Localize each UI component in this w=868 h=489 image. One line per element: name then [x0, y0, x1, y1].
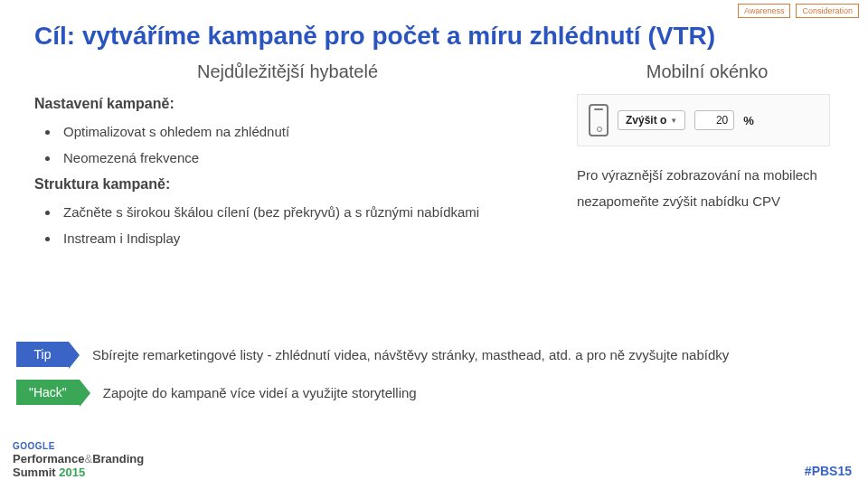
footer-branding: Branding [92, 452, 144, 465]
tag-consideration: Consideration [796, 4, 859, 18]
footer-performance: Performance [13, 452, 84, 465]
left-column: Nastavení kampaně: Optimalizovat s ohled… [34, 90, 541, 251]
subheading-right: Mobilní okénko [580, 61, 834, 82]
right-column: Zvýšit o ▼ % Pro výraznější zobrazování … [577, 90, 830, 251]
phone-icon [589, 104, 609, 136]
footer-amp: & [84, 452, 92, 465]
tag-awareness: Awareness [738, 4, 790, 18]
hack-tag: "Hack" [16, 380, 80, 405]
dropdown-label: Zvýšit o [626, 114, 666, 127]
slide-title: Cíl: vytváříme kampaně pro počet a míru … [34, 22, 715, 51]
mobile-note: Pro výraznější zobrazování na mobilech n… [577, 163, 830, 214]
bid-adjust-input[interactable] [694, 110, 734, 130]
footer-brand: GOOGLE Performance&Branding Summit 2015 [13, 441, 144, 480]
bullet-optimize: Optimalizovat s ohledem na zhlédnutí [60, 119, 541, 146]
footer-google: GOOGLE [13, 441, 144, 452]
hack-text: Zapojte do kampaně více videí a využijte… [103, 383, 834, 402]
section-label-settings: Nastavení kampaně: [34, 96, 541, 112]
section-label-structure: Struktura kampaně: [34, 176, 541, 193]
tip-row: Tip Sbírejte remarketingové listy - zhlé… [16, 342, 834, 367]
funnel-stage-tags: Awareness Consideration [738, 4, 859, 18]
footer-year: 2015 [59, 465, 85, 479]
mobile-bid-widget: Zvýšit o ▼ % [577, 94, 830, 146]
bullet-targeting: Začněte s širokou škálou cílení (bez pře… [60, 200, 541, 226]
bullet-frequency: Neomezená frekvence [60, 146, 541, 172]
subheading-left: Nejdůležitější hybatelé [34, 61, 541, 82]
callouts: Tip Sbírejte remarketingové listy - zhlé… [16, 342, 834, 418]
footer-summit: Summit [13, 465, 56, 479]
increase-by-dropdown[interactable]: Zvýšit o ▼ [618, 110, 685, 130]
bullet-instream: Instream i Indisplay [60, 226, 541, 252]
hack-row: "Hack" Zapojte do kampaně více videí a v… [16, 380, 834, 405]
chevron-down-icon: ▼ [670, 117, 677, 125]
percent-label: % [743, 114, 754, 127]
tip-tag: Tip [16, 342, 69, 367]
footer-hashtag: #PBS15 [805, 464, 852, 478]
tip-text: Sbírejte remarketingové listy - zhlédnut… [92, 345, 834, 364]
